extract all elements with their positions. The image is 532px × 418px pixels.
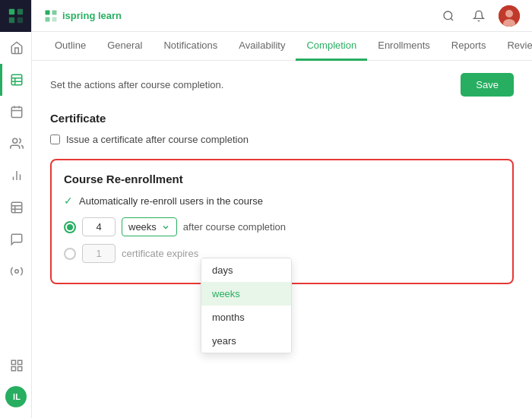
content-header: Set the actions after course completion.… [50,73,514,97]
sidebar-item-messages[interactable] [0,223,32,255]
auto-reenroll-row: ✓ Automatically re-enroll users in the c… [64,195,500,207]
sidebar-item-table[interactable] [0,192,32,223]
svg-rect-4 [11,74,22,85]
svg-rect-22 [18,360,22,364]
svg-rect-23 [11,367,15,371]
main: ispring learn Outline General Notificati… [32,0,532,418]
dropdown-option-weeks[interactable]: weeks [201,282,291,306]
tab-outline[interactable]: Outline [44,32,97,61]
reenrollment-title: Course Re-enrollment [64,173,500,185]
reenrollment-box: Course Re-enrollment ✓ Automatically re-… [50,159,514,284]
sidebar: IL [0,0,32,418]
tab-reports[interactable]: Reports [441,32,497,61]
search-icon[interactable] [438,5,459,27]
dropdown-option-months[interactable]: months [201,306,291,329]
tab-notifications[interactable]: Notifications [153,32,228,61]
certificate-label: Issue a certificate after course complet… [66,134,249,145]
tab-general[interactable]: General [97,32,153,61]
sidebar-logo [0,0,31,32]
sidebar-item-home[interactable] [0,32,32,64]
svg-rect-28 [52,17,57,21]
certificate-section: Certificate Issue a certificate after co… [50,112,514,145]
svg-line-30 [451,18,453,21]
sidebar-item-chart[interactable] [0,160,32,192]
option2-value-input[interactable] [82,244,116,263]
topbar: ispring learn [32,0,532,32]
tab-completion[interactable]: Completion [296,32,367,61]
certificate-checkbox[interactable] [50,135,60,144]
auto-reenroll-label: Automatically re-enroll users in the cou… [79,195,263,207]
tab-enrollments[interactable]: Enrollments [367,32,441,61]
svg-point-32 [505,10,513,17]
sidebar-user-initials[interactable]: IL [5,386,27,407]
avatar[interactable] [499,5,520,27]
sidebar-item-courses[interactable] [0,64,32,96]
checkmark-icon: ✓ [64,195,73,207]
option1-suffix: after course completion [183,221,286,233]
unit-dropdown-menu: days weeks months years [201,258,292,353]
svg-rect-26 [52,10,57,14]
sidebar-bottom: IL [0,350,32,418]
svg-rect-21 [11,360,15,364]
dropdown-option-days[interactable]: days [201,258,291,282]
page-subtitle: Set the actions after course completion. [50,79,223,90]
svg-rect-24 [18,367,22,371]
svg-rect-2 [8,17,14,23]
option1-radio[interactable] [64,221,76,233]
option1-value-input[interactable] [82,217,116,236]
sidebar-item-calendar[interactable] [0,96,32,128]
save-button[interactable]: Save [461,73,514,97]
option1-row: weeks after course completion [64,217,500,236]
svg-point-12 [13,138,17,143]
option2-suffix: certificate expires [122,248,198,259]
svg-point-29 [444,11,452,20]
svg-rect-25 [46,10,50,14]
tab-reviews[interactable]: Reviews [496,32,532,61]
dropdown-option-years[interactable]: years [201,329,291,353]
option2-radio[interactable] [64,248,76,260]
sidebar-item-manage[interactable] [0,255,32,287]
svg-rect-3 [17,17,22,23]
svg-rect-27 [46,17,50,21]
svg-rect-16 [11,202,22,213]
app-logo: ispring learn [44,9,122,23]
tabbar: Outline General Notifications Availabili… [32,32,532,61]
svg-point-20 [15,270,19,274]
certificate-title: Certificate [50,112,514,125]
svg-rect-8 [11,107,22,118]
svg-rect-1 [17,9,22,14]
svg-rect-0 [8,9,14,14]
unit-dropdown-selected: weeks [128,221,157,233]
certificate-checkbox-row: Issue a certificate after course complet… [50,134,514,145]
notification-icon[interactable] [468,5,489,27]
app-name: ispring learn [62,10,122,21]
content-area: Set the actions after course completion.… [32,61,532,418]
sidebar-item-grid[interactable] [0,350,32,382]
topbar-actions [438,5,520,27]
sidebar-item-users[interactable] [0,128,32,160]
unit-dropdown-trigger[interactable]: weeks [122,217,177,236]
tab-availability[interactable]: Availability [228,32,296,61]
